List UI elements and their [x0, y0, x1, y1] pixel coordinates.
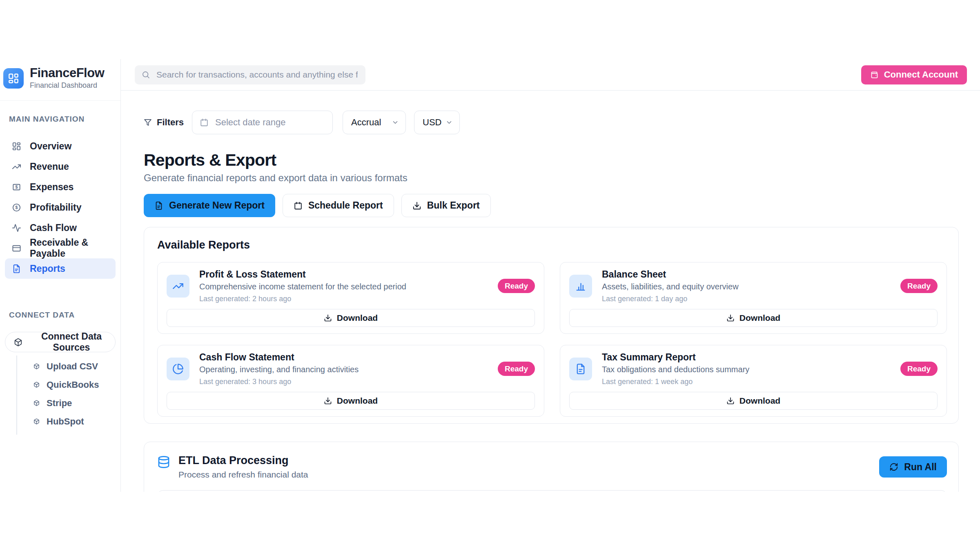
- report-icon-box: [569, 358, 592, 380]
- date-range-input[interactable]: Select date range: [192, 111, 333, 134]
- sidebar-item-expenses[interactable]: $ Expenses: [5, 177, 116, 197]
- download-label: Download: [739, 313, 780, 323]
- grid-icon: [12, 142, 21, 151]
- etl-text: ETL Data Processing Process and refresh …: [178, 454, 308, 480]
- source-item-label: QuickBooks: [47, 380, 99, 390]
- download-label: Download: [337, 313, 378, 323]
- connect-data-label: CONNECT DATA: [9, 311, 116, 320]
- filters-label: Filters: [157, 117, 184, 128]
- source-item-upload-csv[interactable]: Upload CSV: [17, 357, 116, 375]
- chevron-down-icon: [445, 119, 453, 126]
- download-icon: [726, 314, 735, 322]
- download-button[interactable]: Download: [167, 309, 535, 327]
- file-text-icon: [154, 201, 163, 210]
- credit-card-icon: [12, 244, 21, 253]
- sidebar-item-overview[interactable]: Overview: [5, 136, 116, 156]
- download-button[interactable]: Download: [569, 309, 938, 327]
- refresh-icon: [889, 462, 898, 471]
- search-input[interactable]: [156, 69, 359, 80]
- app-screen: FinanceFlow Financial Dashboard MAIN NAV…: [0, 59, 980, 492]
- bulk-export-label: Bulk Export: [427, 200, 480, 211]
- etl-job-card: [157, 490, 947, 492]
- svg-text:$: $: [16, 205, 18, 210]
- schedule-report-button[interactable]: Schedule Report: [283, 194, 394, 217]
- report-icon-box: [569, 275, 592, 298]
- svg-text:$: $: [16, 184, 18, 189]
- generate-new-report-button[interactable]: Generate New Report: [144, 194, 275, 217]
- report-card-top: Profit & Loss Statement Comprehensive in…: [167, 269, 535, 303]
- main-navigation: MAIN NAVIGATION Overview Revenue $ Expen…: [0, 101, 120, 279]
- download-button[interactable]: Download: [167, 392, 535, 410]
- report-title: Balance Sheet: [602, 269, 739, 280]
- connect-account-button[interactable]: Connect Account: [861, 65, 967, 84]
- dashboard-grid-icon: [7, 72, 20, 84]
- etl-panel: ETL Data Processing Process and refresh …: [144, 442, 959, 492]
- sidebar: FinanceFlow Financial Dashboard MAIN NAV…: [0, 59, 121, 492]
- report-card-top: Balance Sheet Assets, liabilities, and e…: [569, 269, 938, 303]
- date-range-placeholder: Select date range: [215, 117, 285, 128]
- connect-data-sources-button[interactable]: Connect Data Sources: [5, 332, 116, 352]
- brand-text: FinanceFlow Financial Dashboard: [30, 67, 104, 90]
- sidebar-item-cash-flow[interactable]: Cash Flow: [5, 218, 116, 238]
- source-item-label: HubSpot: [47, 416, 84, 427]
- report-card-top: Tax Summary Report Tax obligations and d…: [569, 352, 938, 386]
- report-card-info: Cash Flow Statement Operating, investing…: [199, 352, 359, 386]
- source-item-label: Upload CSV: [47, 361, 98, 372]
- box-icon: [14, 338, 22, 347]
- run-all-button[interactable]: Run All: [879, 456, 947, 478]
- sidebar-item-label: Expenses: [30, 182, 74, 193]
- source-item-label: Stripe: [47, 398, 72, 409]
- filters-row: Filters Select date range Accrual USD: [144, 111, 959, 134]
- box-icon: [33, 418, 40, 424]
- activity-icon: [12, 223, 21, 233]
- connect-account-label: Connect Account: [884, 69, 958, 80]
- report-description: Operating, investing, and financing acti…: [199, 365, 359, 374]
- report-last-generated: Last generated: 3 hours ago: [199, 378, 359, 386]
- source-item-hubspot[interactable]: HubSpot: [17, 412, 116, 431]
- main-nav-label: MAIN NAVIGATION: [9, 115, 116, 124]
- available-reports-panel: Available Reports Profit & Loss Statemen…: [144, 227, 959, 424]
- accounting-basis-value: Accrual: [351, 117, 381, 128]
- status-badge: Ready: [498, 279, 535, 293]
- brand-header: FinanceFlow Financial Dashboard: [0, 59, 120, 101]
- pie-chart-icon: [172, 363, 184, 375]
- filters-toggle[interactable]: Filters: [144, 117, 184, 128]
- sidebar-item-revenue[interactable]: Revenue: [5, 156, 116, 177]
- download-button[interactable]: Download: [569, 392, 938, 410]
- sidebar-item-label: Receivable & Payable: [30, 237, 116, 259]
- page-subtitle: Generate financial reports and export da…: [144, 172, 959, 184]
- download-label: Download: [337, 396, 378, 406]
- sidebar-item-reports[interactable]: Reports: [5, 258, 116, 279]
- report-description: Tax obligations and deductions summary: [602, 365, 749, 374]
- reports-grid: Profit & Loss Statement Comprehensive in…: [157, 262, 947, 417]
- search-icon: [142, 71, 150, 79]
- report-last-generated: Last generated: 1 week ago: [602, 378, 749, 386]
- etl-subtitle: Process and refresh financial data: [178, 470, 308, 480]
- download-label: Download: [739, 396, 780, 406]
- main-area: Connect Account Filters Select date rang…: [121, 59, 980, 492]
- source-item-quickbooks[interactable]: QuickBooks: [17, 375, 116, 394]
- bulk-export-button[interactable]: Bulk Export: [401, 194, 491, 217]
- funnel-icon: [144, 118, 152, 127]
- banknote-icon: $: [12, 182, 21, 192]
- accounting-basis-select[interactable]: Accrual: [343, 111, 406, 134]
- report-last-generated: Last generated: 2 hours ago: [199, 295, 406, 303]
- generate-new-report-label: Generate New Report: [169, 200, 265, 211]
- download-icon: [324, 397, 332, 405]
- page-header: Reports & Export Generate financial repo…: [144, 151, 959, 184]
- report-card-top: Cash Flow Statement Operating, investing…: [167, 352, 535, 386]
- brand-name: FinanceFlow: [30, 67, 104, 80]
- sidebar-item-profitability[interactable]: $ Profitability: [5, 197, 116, 218]
- currency-select[interactable]: USD: [414, 111, 460, 134]
- currency-value: USD: [423, 117, 441, 128]
- trending-up-icon: [172, 280, 184, 292]
- report-card-info: Profit & Loss Statement Comprehensive in…: [199, 269, 406, 303]
- source-item-stripe[interactable]: Stripe: [17, 394, 116, 412]
- bar-chart-icon: [575, 280, 586, 292]
- report-title: Profit & Loss Statement: [199, 269, 406, 280]
- page-content: Filters Select date range Accrual USD Re…: [121, 91, 980, 492]
- file-text-icon: [12, 264, 21, 273]
- download-icon: [324, 314, 332, 322]
- sidebar-item-receivable-payable[interactable]: Receivable & Payable: [5, 238, 116, 258]
- report-card-cash-flow: Cash Flow Statement Operating, investing…: [157, 345, 544, 417]
